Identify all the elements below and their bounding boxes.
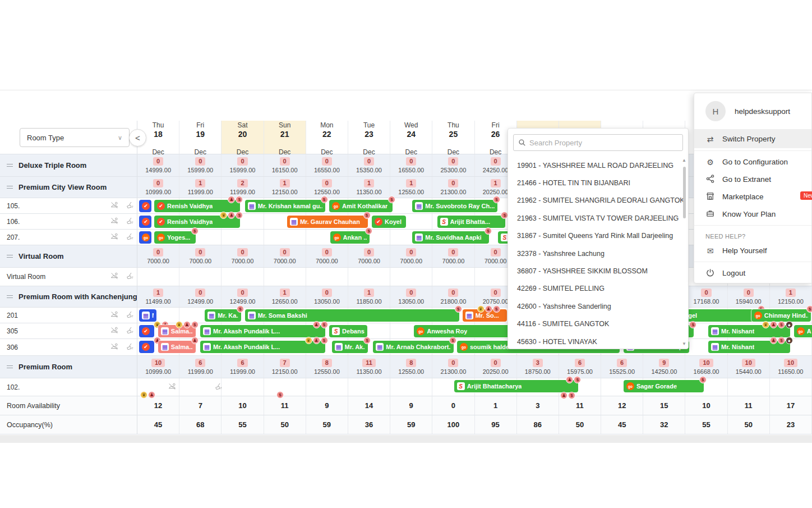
value-cell[interactable]: 50 xyxy=(264,415,306,434)
property-list-item[interactable]: 19901 - YASHSHREE MALL ROAD DARJEELING xyxy=(508,157,683,174)
booking-cell[interactable] xyxy=(390,378,432,396)
drag-handle-icon[interactable] xyxy=(7,186,13,189)
value-cell[interactable]: 615975.00 xyxy=(559,356,601,378)
booking-bar[interactable]: ▦Mr. Nishant♟$◆ xyxy=(708,341,790,353)
value-cell[interactable]: 07000.00 xyxy=(264,245,306,267)
value-cell[interactable]: 012499.00 xyxy=(179,286,222,307)
booking-bar[interactable]: goYoges...$ xyxy=(154,231,196,244)
booking-cell[interactable] xyxy=(222,378,264,396)
date-header-19[interactable]: Fri19Dec xyxy=(179,121,222,154)
booking-cell[interactable] xyxy=(264,378,306,396)
value-cell[interactable]: 17 xyxy=(770,396,812,415)
booking-cell[interactable] xyxy=(137,268,179,286)
booking-cell[interactable] xyxy=(306,378,348,396)
value-cell[interactable]: 611999.00 xyxy=(179,356,222,378)
value-cell[interactable]: 100 xyxy=(432,415,474,434)
booking-bar[interactable]: ▦Mr. Krishan kamal gu...$ xyxy=(245,200,325,212)
scroll-up-icon[interactable]: ▲ xyxy=(682,158,686,163)
scrollbar-thumb[interactable] xyxy=(683,167,686,218)
value-cell[interactable]: 07000.00 xyxy=(432,245,474,267)
value-cell[interactable]: 10 xyxy=(222,396,264,415)
booking-bar[interactable]: goSagar Gorade$ xyxy=(624,380,704,392)
value-cell[interactable]: 021300.00 xyxy=(432,356,474,378)
value-cell[interactable]: 59 xyxy=(306,415,348,434)
value-cell[interactable]: 016550.00 xyxy=(390,154,432,176)
housekeeping-broom-icon[interactable] xyxy=(125,201,137,211)
housekeeping-broom-icon[interactable] xyxy=(125,272,137,282)
value-cell[interactable]: 32 xyxy=(643,415,685,434)
housekeeping-broom-icon[interactable] xyxy=(125,232,137,242)
booking-bar[interactable]: SArijit Bhatta...$ xyxy=(437,216,506,228)
property-list-item[interactable]: 32378 - Yashshree Lachung xyxy=(508,245,683,262)
property-search-input[interactable] xyxy=(529,139,678,147)
scroll-down-icon[interactable]: ▼ xyxy=(682,341,686,346)
menu-item-logout[interactable]: Logout xyxy=(694,264,811,282)
value-cell[interactable]: 1016668.00 xyxy=(685,356,727,378)
value-cell[interactable]: 015999.00 xyxy=(179,154,222,176)
housekeeping-broom-icon[interactable] xyxy=(214,382,226,392)
booking-cell[interactable] xyxy=(348,268,390,286)
booking-bar[interactable]: ▦Mr. Nishant♛♟$◆ xyxy=(708,325,790,337)
property-list-item[interactable]: 42269 - SUMITEL PELLING xyxy=(508,280,683,298)
housekeeping-broom-icon[interactable] xyxy=(125,342,137,353)
value-cell[interactable]: 07000.00 xyxy=(306,245,348,267)
booking-bar[interactable]: SDebanshu Basu xyxy=(329,325,367,337)
value-cell[interactable]: 013050.00 xyxy=(390,286,432,307)
value-cell[interactable]: 1010999.00 xyxy=(137,356,179,378)
property-list-item[interactable]: 44116 - SUMITEL GANGTOK xyxy=(508,315,683,333)
date-header-22[interactable]: Mon22Dec xyxy=(306,121,348,154)
booking-bar[interactable]: goA xyxy=(139,231,151,244)
menu-item-marketplace[interactable]: MarketplaceNew xyxy=(694,188,811,205)
booking-cell[interactable] xyxy=(222,268,264,286)
property-list-item[interactable]: 42600 - Yashshree Sanderling xyxy=(508,298,683,315)
value-cell[interactable]: 10 xyxy=(685,396,727,415)
booking-bar[interactable]: ▦M xyxy=(139,309,156,322)
value-cell[interactable]: 111850.00 xyxy=(348,286,390,307)
value-cell[interactable]: 3 xyxy=(517,396,559,415)
menu-item-go-to-configuration[interactable]: ⚙Go to Configuration xyxy=(694,153,811,171)
value-cell[interactable]: 015999.00 xyxy=(222,154,264,176)
booking-cell[interactable] xyxy=(264,268,306,286)
booking-bar[interactable]: ✔H xyxy=(139,216,151,228)
booking-bar[interactable]: ▦Mr. Arnab Chakrabort...$ xyxy=(373,341,454,353)
value-cell[interactable]: 11 xyxy=(728,396,770,415)
booking-bar[interactable]: ▦Mr. Gaurav Chauhan$ xyxy=(287,216,368,228)
booking-bar[interactable]: ▦Mr. Akash Pundalik L...♛♟$ xyxy=(200,341,325,353)
booking-bar[interactable]: goAnkan ...$ xyxy=(330,231,370,244)
dropdown-scrollbar[interactable]: ▲ ▼ xyxy=(682,158,686,346)
menu-item-help-yourself[interactable]: ✉Help Yourself xyxy=(694,242,811,259)
value-cell[interactable]: 112150.00 xyxy=(770,286,812,307)
housekeeping-broom-icon[interactable] xyxy=(125,310,137,321)
value-cell[interactable]: 712150.00 xyxy=(264,356,306,378)
value-cell[interactable]: 12 xyxy=(137,396,179,415)
booking-cell[interactable] xyxy=(306,268,348,286)
value-cell[interactable]: 014999.00 xyxy=(137,154,179,176)
value-cell[interactable]: 50 xyxy=(728,415,770,434)
value-cell[interactable]: 14 xyxy=(348,396,390,415)
value-cell[interactable]: 07000.00 xyxy=(348,245,390,267)
value-cell[interactable]: 59 xyxy=(390,415,432,434)
value-cell[interactable]: 016150.00 xyxy=(264,154,306,176)
value-cell[interactable]: 111499.00 xyxy=(137,286,179,307)
value-cell[interactable]: 013050.00 xyxy=(306,286,348,307)
value-cell[interactable]: 86 xyxy=(517,415,559,434)
no-service-icon[interactable] xyxy=(167,382,179,392)
booking-cell[interactable] xyxy=(770,378,812,396)
value-cell[interactable]: 611999.00 xyxy=(222,356,264,378)
value-cell[interactable]: 015350.00 xyxy=(348,154,390,176)
booking-bar[interactable]: ✔S.♟ xyxy=(139,341,154,353)
value-cell[interactable]: 812550.00 xyxy=(306,356,348,378)
property-list-item[interactable]: 21466 - HOTEL TIN TIN BIJANBARI xyxy=(508,174,683,191)
value-cell[interactable]: 50 xyxy=(559,415,601,434)
drag-handle-icon[interactable] xyxy=(7,255,13,258)
value-cell[interactable]: 9 xyxy=(306,396,348,415)
booking-bar[interactable]: goA$ xyxy=(794,325,812,337)
no-service-icon[interactable] xyxy=(109,272,122,282)
housekeeping-broom-icon[interactable] xyxy=(125,217,137,227)
date-header-21[interactable]: Sun21Dec xyxy=(264,121,306,154)
menu-item-switch-property[interactable]: ⇄Switch Property xyxy=(694,130,811,148)
booking-bar[interactable]: ✔Koyel ... xyxy=(372,216,406,228)
booking-cell[interactable] xyxy=(179,268,222,286)
booking-cell[interactable] xyxy=(390,268,432,286)
value-cell[interactable]: 1011650.00 xyxy=(770,356,812,378)
